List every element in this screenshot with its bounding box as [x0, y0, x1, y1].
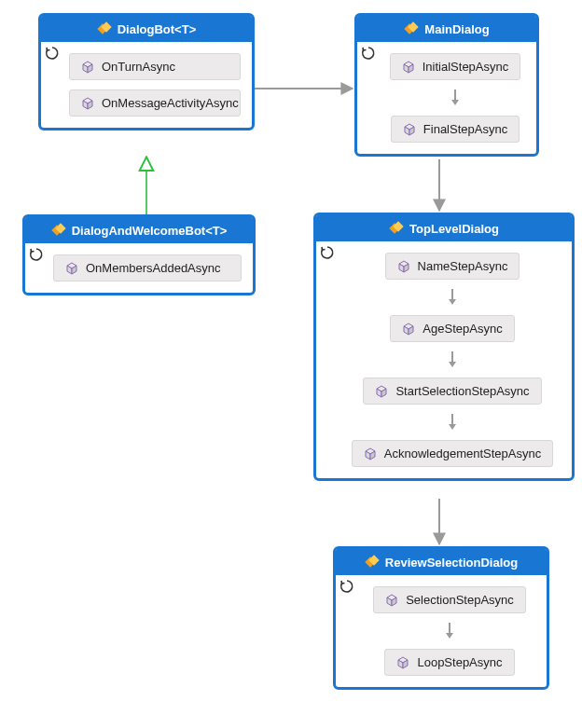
class-dialogandwelcomebot: DialogAndWelcomeBot<T> OnMembersAddedAsy… — [22, 214, 256, 295]
cycle-icon — [29, 247, 44, 262]
class-body: SelectionStepAsync LoopStepAsync — [336, 575, 547, 687]
class-icon — [365, 555, 380, 570]
method-selectionstepasync: SelectionStepAsync — [373, 586, 526, 613]
cube-icon — [397, 260, 410, 273]
class-header: ReviewSelectionDialog — [336, 549, 547, 575]
class-reviewselectiondialog: ReviewSelectionDialog SelectionStepAsync… — [333, 546, 549, 690]
cube-icon — [364, 447, 377, 460]
class-title: DialogAndWelcomeBot<T> — [72, 224, 228, 238]
class-header: MainDialog — [357, 16, 536, 42]
class-body: OnMembersAddedAsync — [25, 243, 253, 293]
class-title: ReviewSelectionDialog — [385, 556, 518, 570]
method-label: SelectionStepAsync — [406, 593, 514, 607]
cycle-icon — [361, 46, 376, 61]
diagram-canvas: DialogBot<T> OnTurnAsync OnMessageActivi… — [0, 0, 582, 728]
cube-icon — [403, 123, 416, 136]
cube-icon — [402, 323, 415, 336]
class-header: TopLevelDialog — [316, 215, 572, 241]
cycle-icon — [320, 245, 335, 260]
cube-icon — [65, 262, 78, 275]
flow-arrow-icon — [446, 351, 459, 368]
method-onturnasync: OnTurnAsync — [69, 53, 241, 80]
class-body: NameStepAsync AgeStepAsync StartSelectio… — [316, 241, 572, 478]
class-title: DialogBot<T> — [118, 22, 197, 36]
method-onmembersaddedasync: OnMembersAddedAsync — [53, 254, 242, 282]
method-label: LoopStepAsync — [417, 655, 502, 669]
cube-icon — [81, 97, 94, 110]
cube-icon — [396, 656, 409, 669]
method-label: StartSelectionStepAsync — [395, 384, 529, 398]
method-acknowledgementstepasync: AcknowledgementStepAsync — [352, 440, 553, 467]
cube-icon — [375, 385, 388, 398]
class-title: TopLevelDialog — [409, 222, 499, 236]
method-label: OnMessageActivityAsync — [102, 96, 239, 110]
class-body: OnTurnAsync OnMessageActivityAsync — [41, 42, 252, 128]
flow-arrow-icon — [446, 289, 459, 306]
method-label: InitialStepAsync — [423, 60, 509, 74]
class-header: DialogBot<T> — [41, 16, 252, 42]
method-onmessageactivityasync: OnMessageActivityAsync — [69, 89, 241, 117]
method-finalstepasync: FinalStepAsync — [391, 116, 520, 143]
flow-arrow-icon — [446, 414, 459, 431]
cube-icon — [402, 61, 415, 74]
cube-icon — [81, 61, 94, 74]
cycle-icon — [340, 579, 354, 594]
method-label: OnTurnAsync — [102, 60, 175, 74]
method-label: OnMembersAddedAsync — [86, 261, 221, 275]
class-maindialog: MainDialog InitialStepAsync FinalStepAsy… — [354, 13, 539, 157]
method-label: NameStepAsync — [418, 259, 508, 273]
method-label: AcknowledgementStepAsync — [384, 446, 541, 460]
cube-icon — [385, 594, 398, 607]
class-icon — [389, 221, 404, 236]
flow-arrow-icon — [449, 89, 462, 106]
method-startselectionstepasync: StartSelectionStepAsync — [363, 378, 541, 405]
method-label: AgeStepAsync — [423, 322, 502, 336]
class-topleveldialog: TopLevelDialog NameStepAsync AgeStepAsyn… — [313, 213, 575, 481]
class-title: MainDialog — [424, 22, 489, 36]
flow-arrow-icon — [443, 623, 456, 639]
class-body: InitialStepAsync FinalStepAsync — [357, 42, 536, 154]
cycle-icon — [45, 46, 60, 61]
class-icon — [404, 21, 419, 36]
method-loopstepasync: LoopStepAsync — [384, 649, 514, 676]
method-initialstepasync: InitialStepAsync — [390, 53, 521, 80]
method-namestepasync: NameStepAsync — [385, 253, 520, 280]
class-header: DialogAndWelcomeBot<T> — [25, 217, 253, 243]
class-icon — [51, 223, 66, 238]
method-label: FinalStepAsync — [423, 122, 507, 136]
class-dialogbot: DialogBot<T> OnTurnAsync OnMessageActivi… — [38, 13, 255, 130]
method-agestepasync: AgeStepAsync — [390, 315, 514, 342]
class-icon — [97, 21, 112, 36]
